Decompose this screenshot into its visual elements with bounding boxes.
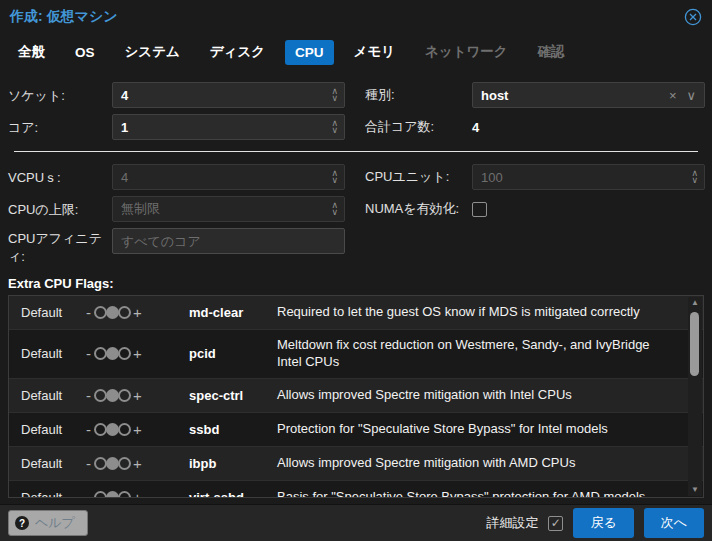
flag-name: ibpb bbox=[181, 456, 277, 471]
chevron-down-icon[interactable]: ∨ bbox=[686, 88, 696, 103]
cpu-units-spinner: 100 ∧∨ bbox=[472, 164, 705, 190]
flag-row-ibpb: Default-+ibpbAllows improved Spectre mit… bbox=[9, 447, 703, 481]
tab-system[interactable]: システム bbox=[115, 38, 190, 66]
flag-description: Protection for "Speculative Store Bypass… bbox=[277, 421, 703, 438]
flag-name: virt-ssbd bbox=[181, 490, 277, 498]
cpu-limit-label: CPUの上限: bbox=[8, 199, 112, 219]
flag-state-label: Default bbox=[9, 388, 83, 403]
cpu-limit-spinner: 無制限 ∧∨ bbox=[112, 196, 345, 222]
check-icon: ✓ bbox=[551, 517, 561, 529]
slider-minus[interactable]: - bbox=[83, 345, 94, 362]
tab-general[interactable]: 全般 bbox=[8, 38, 55, 66]
scrollbar-thumb[interactable] bbox=[690, 312, 699, 376]
close-icon[interactable] bbox=[684, 8, 702, 26]
cpu-units-value: 100 bbox=[481, 170, 503, 185]
spinner-arrows-icon[interactable]: ∧∨ bbox=[331, 120, 340, 134]
tristate-slider[interactable]: -+ bbox=[83, 489, 181, 498]
flag-state-label: Default bbox=[9, 305, 83, 320]
slider-minus[interactable]: - bbox=[83, 304, 94, 321]
tab-memory[interactable]: メモリ bbox=[344, 38, 405, 66]
advanced-settings-checkbox[interactable]: ✓ bbox=[548, 516, 563, 531]
vcpus-label: VCPUｓ: bbox=[8, 167, 112, 187]
tristate-slider[interactable]: -+ bbox=[83, 304, 181, 321]
flag-state-label: Default bbox=[9, 346, 83, 361]
numa-checkbox[interactable] bbox=[472, 202, 487, 217]
tab-cpu[interactable]: CPU bbox=[285, 40, 334, 65]
total-cores-value: 4 bbox=[472, 120, 479, 135]
flag-description: Meltdown fix cost reduction on Westmere,… bbox=[277, 337, 703, 371]
extra-cpu-flags-title: Extra CPU Flags: bbox=[8, 276, 712, 291]
flag-name: ssbd bbox=[181, 422, 277, 437]
cpu-limit-value: 無制限 bbox=[121, 200, 160, 218]
slider-minus[interactable]: - bbox=[83, 387, 94, 404]
cpu-flags-table: Default-+md-clearRequired to let the gue… bbox=[8, 295, 704, 498]
tab-disks[interactable]: ディスク bbox=[200, 38, 275, 66]
scroll-down-icon[interactable]: ▼ bbox=[688, 484, 702, 496]
tab-network: ネットワーク bbox=[415, 38, 518, 66]
cores-label: コア: bbox=[8, 117, 112, 137]
flag-name: pcid bbox=[181, 346, 277, 361]
scroll-up-icon[interactable]: ▲ bbox=[688, 297, 702, 309]
sockets-spinner[interactable]: 4 ∧∨ bbox=[112, 82, 345, 108]
tab-os[interactable]: OS bbox=[65, 40, 105, 65]
type-value: host bbox=[481, 88, 508, 103]
help-label: ヘルプ bbox=[35, 514, 75, 532]
slider-minus[interactable]: - bbox=[83, 455, 94, 472]
clear-icon[interactable]: × bbox=[669, 88, 677, 103]
back-button[interactable]: 戻る bbox=[573, 508, 633, 538]
tristate-slider[interactable]: -+ bbox=[83, 387, 181, 404]
flag-name: md-clear bbox=[181, 305, 277, 320]
spinner-arrows-icon: ∧∨ bbox=[331, 170, 340, 184]
vertical-scrollbar[interactable]: ▲ ▼ bbox=[688, 297, 702, 496]
tristate-slider[interactable]: -+ bbox=[83, 455, 181, 472]
tristate-slider[interactable]: -+ bbox=[83, 345, 181, 362]
slider-minus[interactable]: - bbox=[83, 421, 94, 438]
flag-description: Allows improved Spectre mitigation with … bbox=[277, 387, 703, 404]
dialog-title: 作成: 仮想マシン bbox=[10, 8, 118, 26]
spinner-arrows-icon: ∧∨ bbox=[331, 202, 340, 216]
next-button[interactable]: 次へ bbox=[644, 508, 704, 538]
vcpus-spinner: 4 ∧∨ bbox=[112, 164, 345, 190]
flag-name: spec-ctrl bbox=[181, 388, 277, 403]
type-label: 種別: bbox=[365, 86, 472, 104]
flag-state-label: Default bbox=[9, 422, 83, 437]
flag-description: Basis for "Speculative Store Bypass" pro… bbox=[277, 489, 703, 498]
slider-plus[interactable]: + bbox=[130, 387, 145, 404]
total-cores-label: 合計コア数: bbox=[365, 118, 472, 136]
numa-label: NUMAを有効化: bbox=[365, 200, 472, 218]
spinner-arrows-icon: ∧∨ bbox=[691, 170, 700, 184]
section-divider bbox=[14, 151, 698, 152]
slider-plus[interactable]: + bbox=[130, 345, 145, 362]
sockets-value: 4 bbox=[121, 88, 128, 103]
flag-state-label: Default bbox=[9, 490, 83, 498]
affinity-input[interactable] bbox=[112, 228, 345, 254]
flag-row-md-clear: Default-+md-clearRequired to let the gue… bbox=[9, 296, 703, 330]
flag-description: Allows improved Spectre mitigation with … bbox=[277, 455, 703, 472]
sockets-label: ソケット: bbox=[8, 85, 112, 105]
cores-spinner[interactable]: 1 ∧∨ bbox=[112, 114, 345, 140]
vcpus-value: 4 bbox=[121, 170, 128, 185]
slider-plus[interactable]: + bbox=[130, 489, 145, 498]
dialog-footer: ? ヘルプ 詳細設定 ✓ 戻る 次へ bbox=[0, 504, 712, 541]
dialog-titlebar: 作成: 仮想マシン bbox=[0, 0, 712, 34]
advanced-settings-label: 詳細設定 bbox=[486, 514, 538, 532]
slider-plus[interactable]: + bbox=[130, 304, 145, 321]
spinner-arrows-icon[interactable]: ∧∨ bbox=[331, 88, 340, 102]
help-button[interactable]: ? ヘルプ bbox=[8, 510, 88, 536]
type-combo[interactable]: host × ∨ bbox=[472, 82, 705, 108]
flag-row-spec-ctrl: Default-+spec-ctrlAllows improved Spectr… bbox=[9, 379, 703, 413]
slider-plus[interactable]: + bbox=[130, 455, 145, 472]
slider-plus[interactable]: + bbox=[130, 421, 145, 438]
affinity-label: CPUアフィニティ: bbox=[8, 228, 112, 266]
tristate-slider[interactable]: -+ bbox=[83, 421, 181, 438]
tab-bar: 全般OSシステムディスクCPUメモリネットワーク確認 bbox=[0, 34, 712, 76]
tab-confirm: 確認 bbox=[528, 38, 575, 66]
flag-row-ssbd: Default-+ssbdProtection for "Speculative… bbox=[9, 413, 703, 447]
slider-minus[interactable]: - bbox=[83, 489, 94, 498]
cpu-form: ソケット: 4 ∧∨ 種別: host × ∨ コア: 1 ∧∨ 合計コア数: … bbox=[0, 76, 712, 266]
flag-row-virt-ssbd: Default-+virt-ssbdBasis for "Speculative… bbox=[9, 481, 703, 498]
flag-state-label: Default bbox=[9, 456, 83, 471]
flag-row-pcid: Default-+pcidMeltdown fix cost reduction… bbox=[9, 330, 703, 379]
cores-value: 1 bbox=[121, 120, 128, 135]
cpu-units-label: CPUユニット: bbox=[365, 168, 472, 186]
